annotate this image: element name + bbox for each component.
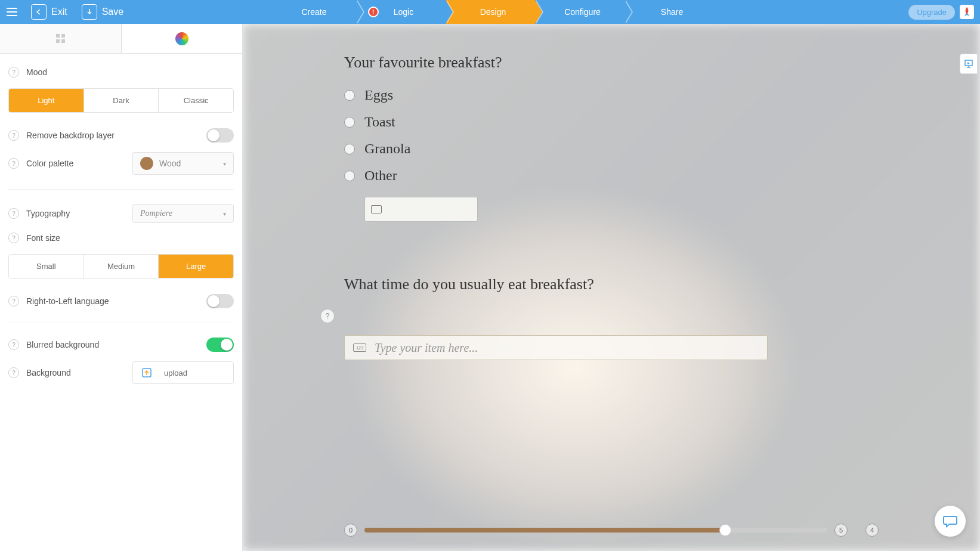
- hamburger-menu[interactable]: [0, 0, 24, 24]
- sidebar-tab-layout[interactable]: [0, 24, 122, 53]
- number-icon: 123: [353, 343, 366, 352]
- step-logic[interactable]: ! Logic: [356, 0, 446, 24]
- typography-label: Typography: [26, 209, 70, 218]
- help-icon[interactable]: ?: [8, 296, 19, 307]
- blurred-bg-label: Blurred background: [26, 340, 99, 349]
- question-1-choices: Eggs Toast Granola Other: [344, 87, 780, 222]
- background-label: Background: [26, 368, 71, 377]
- chevron-down-icon: ▾: [223, 160, 226, 167]
- step-create[interactable]: Create: [267, 0, 356, 24]
- font-size-segmented: Small Medium Large: [8, 254, 234, 278]
- exit-button[interactable]: Exit: [24, 0, 75, 24]
- progress-end: 5: [834, 524, 848, 537]
- mood-light[interactable]: Light: [9, 89, 84, 112]
- chat-widget-button[interactable]: [935, 506, 966, 537]
- other-text-input[interactable]: [364, 197, 478, 222]
- choice-granola[interactable]: Granola: [344, 141, 780, 157]
- help-icon[interactable]: ?: [8, 367, 19, 378]
- background-upload-button[interactable]: upload: [132, 361, 234, 384]
- save-button[interactable]: Save: [75, 0, 131, 24]
- question-2-input[interactable]: 123 Type your item here...: [344, 335, 768, 360]
- progress-total: 4: [865, 524, 879, 537]
- choice-other[interactable]: Other: [344, 168, 780, 184]
- help-icon[interactable]: ?: [8, 67, 19, 78]
- help-icon[interactable]: ?: [8, 130, 19, 141]
- menu-icon: [7, 8, 17, 16]
- radio-input[interactable]: [344, 171, 355, 181]
- remove-backdrop-toggle[interactable]: [206, 128, 234, 143]
- keyboard-icon: [371, 205, 382, 213]
- question-2-title[interactable]: What time do you usually eat breakfast?: [344, 276, 780, 293]
- progress-fill: [364, 528, 725, 533]
- palette-value: Wood: [159, 159, 181, 168]
- color-wheel-icon: [175, 32, 188, 45]
- remove-backdrop-label: Remove backdrop layer: [26, 131, 115, 140]
- color-palette-dropdown[interactable]: Wood ▾: [132, 152, 234, 175]
- step-share[interactable]: Share: [625, 0, 714, 24]
- step-configure[interactable]: Configure: [535, 0, 625, 24]
- upload-text: upload: [164, 369, 187, 377]
- font-size-small[interactable]: Small: [9, 255, 84, 278]
- mood-dark[interactable]: Dark: [84, 89, 159, 112]
- upgrade-area: Upgrade: [908, 5, 980, 20]
- sidebar-tab-theme[interactable]: [122, 24, 243, 53]
- progress-track[interactable]: [364, 528, 827, 533]
- progress-handle[interactable]: [719, 524, 731, 536]
- preview-canvas: Your favourite breakfast? Eggs Toast Gra…: [243, 24, 980, 551]
- save-icon: [82, 4, 97, 20]
- mood-label: Mood: [26, 67, 47, 77]
- typography-value: Pompiere: [140, 209, 172, 218]
- top-bar: Exit Save Create ! Logic Design Configur…: [0, 0, 980, 24]
- blurred-bg-toggle[interactable]: [206, 338, 234, 352]
- question-1-title[interactable]: Your favourite breakfast?: [344, 54, 780, 72]
- wizard-steps: Create ! Logic Design Configure Share: [267, 0, 714, 24]
- chat-icon: [942, 513, 958, 529]
- font-size-label: Font size: [26, 233, 60, 243]
- upgrade-button[interactable]: Upgrade: [908, 5, 955, 20]
- help-icon[interactable]: ?: [8, 339, 19, 350]
- help-icon[interactable]: ?: [8, 158, 19, 169]
- radio-input[interactable]: [344, 90, 355, 101]
- mood-classic[interactable]: Classic: [159, 89, 233, 112]
- color-palette-label: Color palette: [26, 159, 73, 168]
- radio-input[interactable]: [344, 117, 355, 128]
- rtl-label: Right-to-Left language: [26, 296, 109, 306]
- rtl-toggle[interactable]: [206, 294, 234, 308]
- design-sidebar: ? Mood Light Dark Classic ? Remove backd…: [0, 24, 243, 551]
- exit-label: Exit: [51, 7, 67, 17]
- rocket-icon[interactable]: [960, 5, 974, 19]
- help-icon[interactable]: ?: [8, 233, 19, 243]
- step-design[interactable]: Design: [446, 0, 535, 24]
- font-size-medium[interactable]: Medium: [84, 255, 159, 278]
- radio-input[interactable]: [344, 144, 355, 154]
- save-label: Save: [102, 7, 123, 17]
- presentation-mode-button[interactable]: [960, 54, 978, 74]
- alert-icon: !: [368, 7, 379, 17]
- exit-icon: [31, 4, 47, 20]
- choice-eggs[interactable]: Eggs: [344, 87, 780, 103]
- input-placeholder: Type your item here...: [375, 341, 478, 355]
- palette-swatch: [140, 157, 153, 170]
- upload-icon: [140, 366, 153, 379]
- sidebar-tabs: [0, 24, 242, 54]
- grid-icon: [56, 34, 65, 43]
- help-icon[interactable]: ?: [320, 309, 335, 323]
- font-size-large[interactable]: Large: [159, 255, 233, 278]
- mood-segmented: Light Dark Classic: [8, 88, 234, 113]
- chevron-down-icon: ▾: [223, 211, 226, 217]
- progress-start: 0: [344, 524, 357, 537]
- typography-dropdown[interactable]: Pompiere ▾: [132, 204, 234, 223]
- presentation-icon: [964, 59, 973, 69]
- progress-bar: 0 5 4: [344, 524, 879, 537]
- help-icon[interactable]: ?: [8, 208, 19, 219]
- choice-toast[interactable]: Toast: [344, 114, 780, 130]
